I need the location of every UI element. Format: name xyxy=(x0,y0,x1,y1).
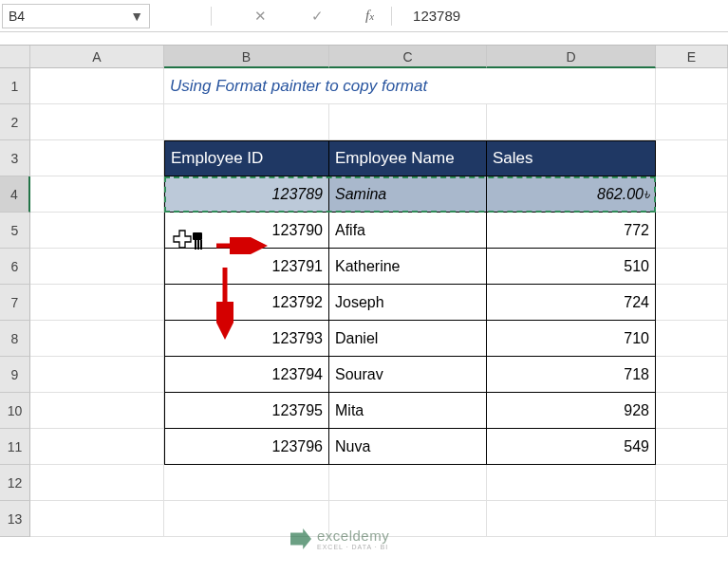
table-cell[interactable]: Sourav xyxy=(329,357,487,393)
fx-controls: ✕ ✓ fx xyxy=(211,7,374,26)
table-cell[interactable]: 718 xyxy=(487,357,656,393)
table-cell[interactable]: 123795 xyxy=(164,393,329,429)
row-header-12[interactable]: 12 xyxy=(0,465,30,501)
selected-cell-name[interactable]: Samina xyxy=(329,176,487,213)
cell[interactable] xyxy=(487,501,656,537)
cell[interactable] xyxy=(656,68,728,104)
name-box-value: B4 xyxy=(9,9,25,24)
watermark: exceldemy EXCEL · DATA · BI xyxy=(290,528,389,550)
ribbon-edge xyxy=(0,32,728,46)
table-cell[interactable]: Joseph xyxy=(329,285,487,321)
cell[interactable] xyxy=(30,249,164,285)
cell[interactable] xyxy=(656,429,728,465)
formula-input[interactable]: 123789 xyxy=(413,8,460,24)
cell[interactable] xyxy=(164,104,329,140)
col-header-a[interactable]: A xyxy=(30,46,164,68)
table-cell[interactable]: Katherine xyxy=(329,249,487,285)
divider xyxy=(391,7,392,26)
cell[interactable] xyxy=(30,68,164,104)
cell[interactable] xyxy=(487,104,656,140)
row-header-6[interactable]: 6 xyxy=(0,249,30,285)
cell[interactable] xyxy=(329,104,487,140)
selected-cell-sales[interactable]: 862.00৳ xyxy=(487,176,656,213)
col-header-b[interactable]: B xyxy=(164,46,329,68)
cell[interactable] xyxy=(656,465,728,501)
cell[interactable] xyxy=(329,465,487,501)
cell[interactable] xyxy=(487,465,656,501)
row-header-13[interactable]: 13 xyxy=(0,501,30,537)
cell[interactable] xyxy=(656,213,728,249)
col-header-d[interactable]: D xyxy=(487,46,656,68)
cell[interactable] xyxy=(30,465,164,501)
cell[interactable] xyxy=(656,104,728,140)
spreadsheet-grid[interactable]: A B C D E 1 Using Format painter to copy… xyxy=(0,46,728,537)
row-header-10[interactable]: 10 xyxy=(0,393,30,429)
row-header-1[interactable]: 1 xyxy=(0,68,30,104)
cell[interactable] xyxy=(30,321,164,357)
table-cell[interactable]: 510 xyxy=(487,249,656,285)
cell[interactable] xyxy=(656,285,728,321)
cell[interactable] xyxy=(30,104,164,140)
cell[interactable] xyxy=(656,501,728,537)
fx-icon[interactable]: fx xyxy=(365,8,374,24)
cell[interactable] xyxy=(30,140,164,176)
confirm-icon[interactable]: ✓ xyxy=(308,8,326,25)
table-cell[interactable]: 772 xyxy=(487,213,656,249)
cell[interactable] xyxy=(30,176,164,213)
cell[interactable] xyxy=(656,357,728,393)
cell[interactable] xyxy=(30,501,164,537)
table-cell[interactable]: 928 xyxy=(487,393,656,429)
formula-bar: B4 ▼ ✕ ✓ fx 123789 xyxy=(0,0,728,32)
table-cell[interactable]: 724 xyxy=(487,285,656,321)
cell[interactable] xyxy=(30,429,164,465)
row-header-11[interactable]: 11 xyxy=(0,429,30,465)
col-header-c[interactable]: C xyxy=(329,46,487,68)
row-header-3[interactable]: 3 xyxy=(0,140,30,176)
row-header-7[interactable]: 7 xyxy=(0,285,30,321)
table-cell[interactable]: Daniel xyxy=(329,321,487,357)
col-header-e[interactable]: E xyxy=(656,46,728,68)
cell[interactable] xyxy=(656,249,728,285)
watermark-logo-icon xyxy=(290,528,311,549)
cell[interactable] xyxy=(30,393,164,429)
select-all-corner[interactable] xyxy=(0,46,30,68)
title-cell[interactable]: Using Format painter to copy format xyxy=(164,68,656,104)
table-cell[interactable]: Nuva xyxy=(329,429,487,465)
cancel-icon[interactable]: ✕ xyxy=(252,8,269,25)
watermark-text: exceldemy xyxy=(317,528,389,544)
table-cell[interactable]: 123790 xyxy=(164,213,329,249)
table-header-sales[interactable]: Sales xyxy=(487,140,656,176)
cell[interactable] xyxy=(656,393,728,429)
cell[interactable] xyxy=(30,213,164,249)
cell[interactable] xyxy=(30,285,164,321)
table-cell[interactable]: 123793 xyxy=(164,321,329,357)
cell[interactable] xyxy=(30,357,164,393)
table-cell[interactable]: 123792 xyxy=(164,285,329,321)
cell[interactable] xyxy=(656,176,728,213)
table-cell[interactable]: 123794 xyxy=(164,357,329,393)
table-cell[interactable]: 549 xyxy=(487,429,656,465)
table-header-name[interactable]: Employee Name xyxy=(329,140,487,176)
cell[interactable] xyxy=(164,465,329,501)
selected-cell-id[interactable]: 123789 xyxy=(164,176,329,213)
row-header-2[interactable]: 2 xyxy=(0,104,30,140)
table-cell[interactable]: Afifa xyxy=(329,213,487,249)
name-box[interactable]: B4 ▼ xyxy=(2,4,150,28)
divider xyxy=(211,7,212,26)
table-cell[interactable]: Mita xyxy=(329,393,487,429)
table-cell[interactable]: 710 xyxy=(487,321,656,357)
cell[interactable] xyxy=(656,321,728,357)
table-cell[interactable]: 123796 xyxy=(164,429,329,465)
row-header-5[interactable]: 5 xyxy=(0,213,30,249)
table-cell[interactable]: 123791 xyxy=(164,249,329,285)
row-header-8[interactable]: 8 xyxy=(0,321,30,357)
cell[interactable] xyxy=(656,140,728,176)
chevron-down-icon[interactable]: ▼ xyxy=(130,9,143,24)
row-header-9[interactable]: 9 xyxy=(0,357,30,393)
row-header-4[interactable]: 4 xyxy=(0,176,30,213)
watermark-sub: EXCEL · DATA · BI xyxy=(317,544,389,550)
table-header-id[interactable]: Employee ID xyxy=(164,140,329,176)
